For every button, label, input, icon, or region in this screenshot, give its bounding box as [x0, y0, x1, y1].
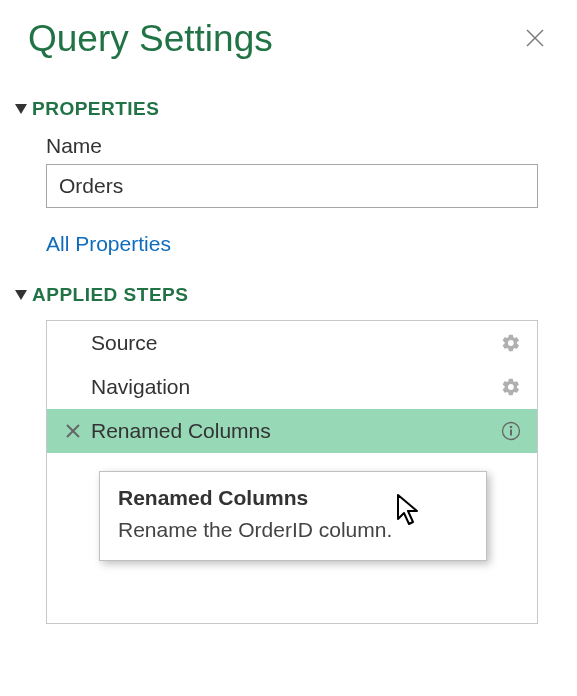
step-tooltip: Renamed Columns Rename the OrderID colum… [99, 471, 487, 561]
applied-step-row[interactable]: Navigation [47, 365, 537, 409]
panel-title: Query Settings [28, 18, 273, 60]
query-settings-panel: Query Settings PROPERTIES Name All Prope… [0, 0, 577, 624]
svg-marker-2 [15, 104, 27, 114]
collapse-icon [14, 289, 28, 301]
tooltip-body: Rename the OrderID column. [118, 518, 468, 542]
gear-icon[interactable] [497, 333, 525, 353]
name-input[interactable] [46, 164, 538, 208]
info-icon[interactable] [497, 421, 525, 441]
svg-point-7 [510, 426, 513, 429]
gear-icon[interactable] [497, 377, 525, 397]
applied-step-row[interactable]: Source [47, 321, 537, 365]
properties-section: PROPERTIES Name All Properties [28, 98, 549, 256]
applied-steps-section: APPLIED STEPS Source Navigation [28, 284, 549, 624]
applied-steps-section-header[interactable]: APPLIED STEPS [14, 284, 549, 306]
applied-steps-list: Source Navigation Ren [46, 320, 538, 624]
delete-step-icon[interactable] [59, 424, 87, 438]
tooltip-title: Renamed Columns [118, 486, 468, 510]
svg-rect-8 [510, 430, 512, 436]
applied-step-row[interactable]: Renamed Columns [47, 409, 537, 453]
svg-marker-3 [15, 290, 27, 300]
properties-section-header[interactable]: PROPERTIES [14, 98, 549, 120]
name-field-label: Name [46, 134, 549, 158]
close-button[interactable] [521, 20, 549, 59]
step-label: Renamed Columns [87, 419, 497, 443]
applied-steps-section-title: APPLIED STEPS [32, 284, 188, 306]
properties-section-title: PROPERTIES [32, 98, 159, 120]
step-label: Source [87, 331, 497, 355]
panel-header: Query Settings [28, 18, 549, 60]
step-label: Navigation [87, 375, 497, 399]
collapse-icon [14, 103, 28, 115]
all-properties-link[interactable]: All Properties [46, 232, 171, 256]
